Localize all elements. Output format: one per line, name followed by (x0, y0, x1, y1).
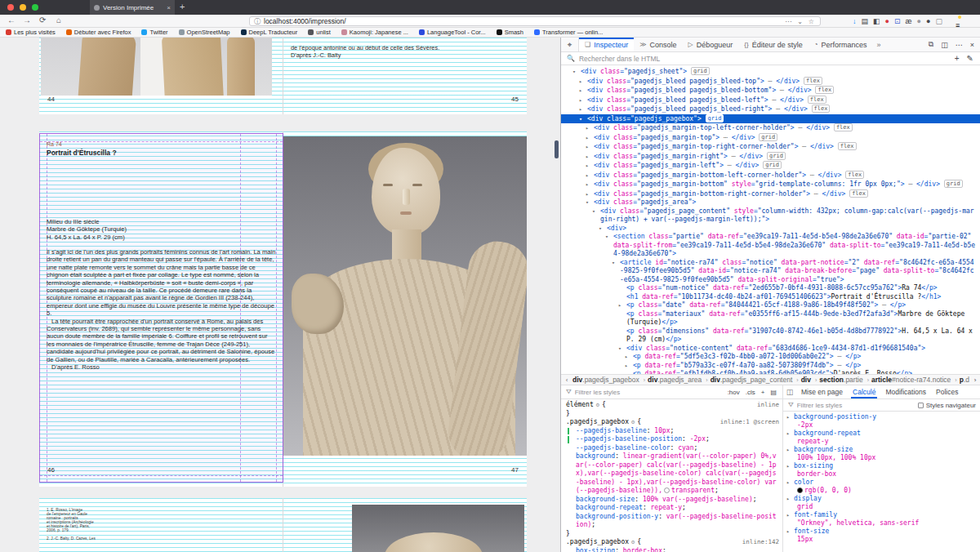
downloads-icon[interactable]: ↓ (853, 16, 857, 26)
html-search-input[interactable] (579, 55, 955, 63)
rule-source-link[interactable]: inline:142 (742, 538, 779, 547)
eyedropper-icon[interactable]: ✎ (967, 54, 973, 63)
extension-dark-icon[interactable]: ● (926, 16, 930, 26)
css-declaration[interactable]: background: linear-gradient(var(--color-… (566, 452, 779, 496)
devtools-tab-console[interactable]: ≫Console (634, 38, 682, 51)
markup-line[interactable]: ▾<div> (561, 225, 980, 234)
markup-line[interactable]: ▸<p data-ref="5df5e3c3-f02b-4bb0-a072-10… (561, 353, 980, 362)
twisty-collapsed-icon[interactable]: ▸ (786, 446, 794, 454)
extension-gray-icon[interactable]: ● (917, 16, 921, 26)
twisty-collapsed-icon[interactable]: ▸ (586, 162, 594, 171)
url-bar[interactable]: ⓘ localhost:4000/impression/ ⋯ ⌄ ☆ (249, 16, 821, 26)
breadcrumb-scroll-left-icon[interactable]: ‹ (561, 376, 572, 384)
markup-line[interactable]: <p class="dimensions" data-ref="31907c40… (561, 327, 980, 345)
rule-selector[interactable]: .pagedjs_pagebox (566, 538, 629, 547)
meatball-menu-icon[interactable]: ⋯ (956, 41, 963, 49)
markup-line[interactable]: ▾<div class="pagedjs_area"> (561, 198, 980, 207)
twisty-collapsed-icon[interactable]: ▸ (586, 180, 594, 189)
twisty-expanded-icon[interactable]: ▾ (618, 345, 626, 354)
twisty-collapsed-icon[interactable]: ▸ (786, 462, 794, 470)
bookmark-item[interactable]: Les plus visités (6, 29, 56, 36)
twisty-collapsed-icon[interactable]: ▸ (786, 528, 794, 536)
markup-line[interactable]: ▸<div class="pagedjs_margin-top-left-cor… (561, 123, 980, 133)
css-declaration[interactable]: background-position-y: var(--pagedjs-bas… (566, 513, 779, 530)
frames-icon[interactable]: ⧉ (929, 40, 933, 49)
markup-line[interactable]: ▸<div class="pagedjs_margin-bottom-left-… (561, 171, 980, 180)
devtools-tab--diteur-de-style[interactable]: {}Éditeur de style (738, 38, 808, 51)
sidebar-tab-calcul-[interactable]: Calculé (848, 385, 880, 398)
dock-icon[interactable]: ◫ (941, 41, 948, 49)
twisty-collapsed-icon[interactable]: ▸ (579, 96, 587, 105)
markup-line[interactable]: ▸<div class="pagedjs_margin-top"> ⋯ </di… (561, 133, 980, 143)
twisty-expanded-icon[interactable]: ▾ (572, 68, 581, 77)
css-declaration[interactable]: background-size: 100% var(--pagedjs-base… (566, 496, 779, 505)
home-button[interactable]: ⌂ (56, 16, 61, 24)
twisty-collapsed-icon[interactable]: ▸ (786, 511, 794, 519)
twisty-expanded-icon[interactable]: ▾ (605, 233, 613, 242)
markup-line[interactable]: ▸<div class="pagedjs_bleed pagedjs_bleed… (561, 86, 980, 96)
twisty-collapsed-icon[interactable]: ▸ (586, 143, 594, 152)
page-preview-viewport[interactable]: de l'époque antonine ou au début de cell… (0, 38, 560, 552)
markup-line[interactable]: ▸<div class="pagedjs_bleed pagedjs_bleed… (561, 96, 980, 105)
markup-line[interactable]: ▾<section class="partie" data-ref="ee39c… (561, 233, 980, 259)
markup-line[interactable]: ▸<div class="pagedjs_margin-right"> ⋯ </… (561, 152, 980, 162)
twisty-expanded-icon[interactable]: ▾ (579, 115, 587, 124)
library-icon[interactable]: ▤ (862, 16, 869, 26)
site-info-icon[interactable]: ⓘ (254, 17, 261, 26)
twisty-collapsed-icon[interactable]: ▸ (625, 353, 633, 362)
computed-property[interactable]: ▸font-family"Orkney", helvetica, sans-se… (786, 511, 980, 528)
screenshot-icon[interactable]: ⊡ (894, 16, 901, 26)
devtools-tab-d-bogueur[interactable]: ▷Débogueur (683, 38, 739, 51)
bookmark-star-icon[interactable]: ☆ (808, 18, 814, 25)
close-icon[interactable]: × (970, 41, 974, 49)
css-declaration[interactable]: --pagedjs-baseline-color: cyan; (566, 444, 779, 453)
notes-icon[interactable]: ▢ (935, 16, 942, 26)
twisty-collapsed-icon[interactable]: ▸ (586, 153, 594, 162)
sidebar-icon[interactable]: ◧ (873, 16, 880, 26)
twisty-collapsed-icon[interactable]: ▸ (579, 78, 587, 87)
new-tab-button[interactable]: + (180, 2, 185, 11)
bookmark-item[interactable]: Smash (497, 29, 523, 36)
twisty-expanded-icon[interactable]: ▾ (592, 207, 600, 216)
twisty-collapsed-icon[interactable]: ▸ (579, 87, 587, 96)
css-declaration[interactable]: box-sizing: border-box; (566, 547, 779, 552)
page-actions-icon[interactable]: ⋯ (785, 18, 791, 25)
dictionary-icon[interactable]: æ (906, 16, 912, 26)
flex-badge[interactable]: flex (804, 77, 822, 85)
print-simulation-icon[interactable]: ▤ (770, 389, 777, 396)
markup-line[interactable]: ▾<div class="pagedjs_page_content" style… (561, 207, 980, 225)
markup-line[interactable]: ▸<div class="pagedjs_margin-left"> ⋯ </d… (561, 161, 980, 171)
css-declaration[interactable]: background-repeat: repeat-y; (566, 504, 779, 513)
breadcrumb-item[interactable]: article#notice-ra74.notice (871, 376, 951, 384)
split-pane-icon[interactable]: ◫ (783, 385, 796, 398)
computed-property[interactable]: ▸font-size15px (786, 528, 980, 544)
bookmark-item[interactable]: unlist (308, 29, 331, 36)
grid-badge[interactable]: grid (763, 161, 782, 169)
twisty-collapsed-icon[interactable]: ▸ (586, 171, 594, 180)
pseudo-class-button[interactable]: :hov (728, 389, 740, 396)
content-scrollbar-thumb[interactable] (555, 140, 559, 158)
url-text[interactable]: localhost:4000/impression/ (264, 17, 785, 25)
sidebar-tab-polices[interactable]: Polices (931, 385, 963, 398)
markup-line[interactable]: <h1 data-ref="10b11734-dc40-4b24-af01-76… (561, 293, 980, 302)
browser-tab[interactable]: Version Imprimée × (90, 0, 175, 15)
rules-filter-input[interactable] (575, 389, 728, 396)
grid-badge[interactable]: grid (767, 152, 786, 160)
pocket-icon[interactable]: ⌄ (797, 18, 803, 25)
tabs-overflow-chevron[interactable]: » (873, 38, 885, 51)
twisty-collapsed-icon[interactable]: ▸ (786, 495, 794, 503)
bookmark-item[interactable]: LanguageTool - Cor... (419, 29, 486, 36)
twisty-collapsed-icon[interactable]: ▸ (786, 479, 794, 487)
close-window-icon[interactable] (7, 4, 14, 11)
adblock-icon[interactable]: ● (885, 16, 889, 26)
breadcrumb-item[interactable]: div.pagedjs_area (648, 376, 702, 384)
css-declaration[interactable]: --pagedjs-baseline-position: -2px; (566, 435, 779, 444)
traffic-lights[interactable] (7, 4, 38, 11)
class-toggle-button[interactable]: .cls (746, 389, 755, 396)
computed-property[interactable]: ▸background-position-y-2px (786, 413, 980, 430)
breadcrumb-item[interactable]: section.partie (819, 376, 862, 384)
forward-button[interactable]: → (23, 16, 31, 24)
markup-line[interactable]: ▸<div class="pagedjs_bleed pagedjs_bleed… (561, 77, 980, 87)
twisty-collapsed-icon[interactable]: ▸ (618, 301, 626, 310)
computed-property[interactable]: ▸displaygrid (786, 495, 980, 511)
